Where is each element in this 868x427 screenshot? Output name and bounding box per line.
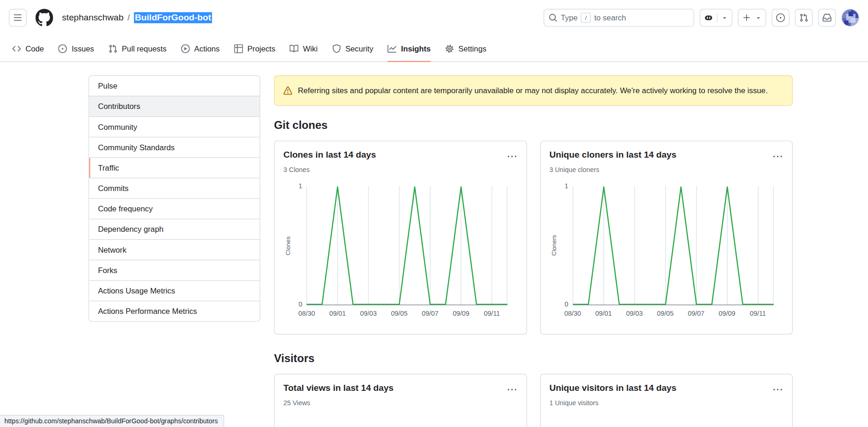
github-logo[interactable] xyxy=(35,9,53,26)
y-tick-label: 1 xyxy=(564,182,568,190)
repo-nav: Code Issues Pull requests Actions Projec… xyxy=(0,35,868,62)
card-menu-button[interactable] xyxy=(506,150,517,164)
issues-dashboard-button[interactable] xyxy=(772,9,789,26)
x-tick-label: 09/03 xyxy=(626,310,643,318)
git-clones-heading: Git clones xyxy=(274,119,792,132)
sidebar-item-code-frequency[interactable]: Code frequency xyxy=(89,198,260,219)
pull-request-icon xyxy=(799,13,808,22)
unique-cloners-chart: Cloners 1 0 08/3009/0109/0309/0509/0709/… xyxy=(550,186,784,320)
tab-label: Wiki xyxy=(303,44,318,53)
y-axis-title: Cloners xyxy=(550,186,558,305)
search-input[interactable]: Type / to search xyxy=(544,9,694,26)
table-icon xyxy=(234,44,243,53)
sidebar-item-actions-performance-metrics[interactable]: Actions Performance Metrics xyxy=(89,301,260,321)
x-tick-label: 09/11 xyxy=(750,310,766,318)
kebab-icon xyxy=(507,152,516,161)
header-actions: Type / to search xyxy=(544,9,859,26)
notifications-inbox-button[interactable] xyxy=(818,9,836,26)
card-total: 25 Views xyxy=(284,399,518,407)
x-tick-label: 09/07 xyxy=(422,310,438,318)
card-title: Unique visitors in last 14 days xyxy=(550,383,677,394)
shield-icon xyxy=(332,44,341,53)
card-title: Unique cloners in last 14 days xyxy=(550,150,677,160)
y-tick-label: 0 xyxy=(564,300,568,308)
chevron-down-icon xyxy=(755,14,761,21)
issue-opened-icon xyxy=(58,44,67,53)
x-axis-labels: 08/3009/0109/0309/0509/0709/0909/11 xyxy=(573,310,773,321)
browser-viewport: stephanschwab / BuildForGood-bot Type / … xyxy=(0,0,868,427)
plot-area: 08/3009/0109/0309/0509/0709/0909/11 xyxy=(573,186,784,320)
sidebar-item-commits[interactable]: Commits xyxy=(89,178,260,198)
play-circle-icon xyxy=(181,44,190,53)
unique-visitors-card: Unique visitors in last 14 days 1 Unique… xyxy=(540,374,792,427)
warning-banner-text: Referring sites and popular content are … xyxy=(298,85,768,96)
card-menu-button[interactable] xyxy=(772,150,783,164)
y-axis-ticks: 1 0 xyxy=(292,186,307,305)
avatar-image xyxy=(842,9,859,26)
pull-requests-dashboard-button[interactable] xyxy=(795,9,812,26)
y-axis-ticks: 1 0 xyxy=(558,186,573,305)
tab-settings[interactable]: Settings xyxy=(440,35,492,61)
search-placeholder-prefix: Type xyxy=(561,13,577,22)
plus-icon xyxy=(742,13,751,22)
x-tick-label: 09/05 xyxy=(657,310,674,318)
y-tick-label: 1 xyxy=(298,182,302,190)
clones-card: Clones in last 14 days 3 Clones Clones 1… xyxy=(274,140,526,334)
visitors-heading: Visitors xyxy=(274,352,792,365)
breadcrumb-owner-link[interactable]: stephanschwab xyxy=(62,13,124,23)
copilot-icon xyxy=(704,13,713,22)
tab-issues[interactable]: Issues xyxy=(53,35,100,61)
tab-pull-requests[interactable]: Pull requests xyxy=(103,35,172,61)
traffic-content: Referring sites and popular content are … xyxy=(274,75,792,427)
breadcrumb: stephanschwab / BuildForGood-bot xyxy=(62,12,212,23)
main-layout: Pulse Contributors Community Community S… xyxy=(89,75,792,427)
unique-cloners-card: Unique cloners in last 14 days 3 Unique … xyxy=(540,140,792,334)
book-icon xyxy=(290,44,298,53)
warning-banner: Referring sites and popular content are … xyxy=(274,75,792,106)
sidebar-item-community-standards[interactable]: Community Standards xyxy=(89,137,260,157)
slash-key-hint: / xyxy=(581,13,591,23)
sidebar-item-contributors[interactable]: Contributors xyxy=(89,96,260,116)
tab-actions[interactable]: Actions xyxy=(176,35,225,61)
sidebar-item-traffic[interactable]: Traffic xyxy=(89,157,260,178)
code-icon xyxy=(12,44,21,53)
tab-projects[interactable]: Projects xyxy=(228,35,281,61)
tab-label: Code xyxy=(25,44,44,53)
card-total: 3 Unique cloners xyxy=(550,166,784,174)
user-avatar[interactable] xyxy=(842,9,859,26)
sidebar-item-pulse[interactable]: Pulse xyxy=(89,76,260,96)
chevron-down-icon xyxy=(721,14,728,21)
kebab-icon xyxy=(773,385,782,394)
x-tick-label: 09/03 xyxy=(360,310,377,318)
tab-label: Actions xyxy=(194,44,220,53)
tab-wiki[interactable]: Wiki xyxy=(284,35,323,61)
tab-label: Security xyxy=(345,44,373,53)
card-menu-button[interactable] xyxy=(506,383,517,397)
x-tick-label: 09/01 xyxy=(329,310,346,318)
line-chart-svg xyxy=(573,186,773,305)
sidebar-item-community[interactable]: Community xyxy=(89,116,260,137)
card-menu-button[interactable] xyxy=(772,383,783,397)
sidebar-item-dependency-graph[interactable]: Dependency graph xyxy=(89,219,260,239)
card-title: Clones in last 14 days xyxy=(284,150,376,160)
gear-icon xyxy=(445,44,454,53)
copilot-button[interactable] xyxy=(700,9,732,26)
x-tick-label: 08/30 xyxy=(298,310,315,318)
card-title: Total views in last 14 days xyxy=(284,383,394,394)
x-tick-label: 09/05 xyxy=(391,310,408,318)
hamburger-menu-button[interactable] xyxy=(9,9,26,26)
x-tick-label: 09/11 xyxy=(484,310,500,318)
breadcrumb-repo-link[interactable]: BuildForGood-bot xyxy=(134,12,212,23)
sidebar-item-network[interactable]: Network xyxy=(89,239,260,260)
clones-chart: Clones 1 0 08/3009/0109/0309/0509/0709/0… xyxy=(284,186,518,320)
create-new-button[interactable] xyxy=(738,9,766,26)
visitors-cards: Total views in last 14 days 25 Views Uni… xyxy=(274,374,792,427)
sidebar-item-forks[interactable]: Forks xyxy=(89,260,260,280)
tab-code[interactable]: Code xyxy=(6,35,50,61)
tab-security[interactable]: Security xyxy=(327,35,379,61)
x-tick-label: 09/07 xyxy=(688,310,704,318)
sidebar-item-actions-usage-metrics[interactable]: Actions Usage Metrics xyxy=(89,280,260,300)
insights-sidebar: Pulse Contributors Community Community S… xyxy=(89,75,260,322)
search-placeholder-suffix: to search xyxy=(594,13,626,22)
tab-insights[interactable]: Insights xyxy=(382,35,437,61)
